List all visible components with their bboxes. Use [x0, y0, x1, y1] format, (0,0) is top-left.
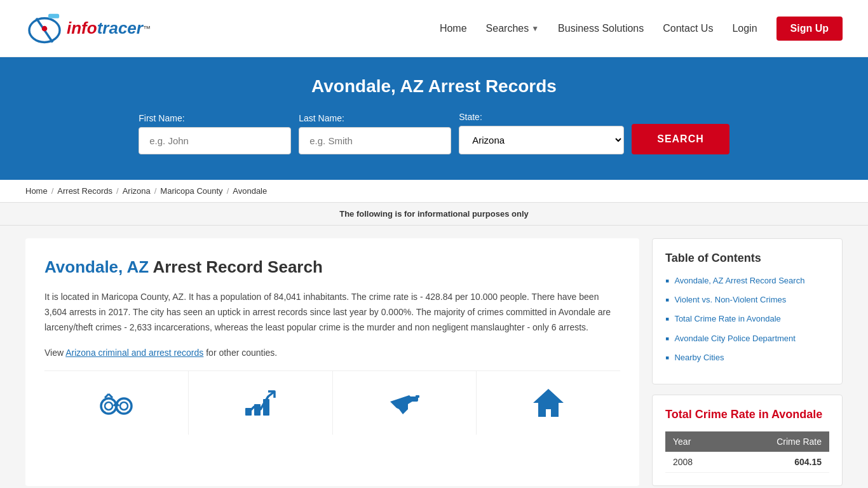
search-form: First Name: Last Name: State: Alabama Al…	[25, 112, 843, 154]
toc-title: Table of Contents	[665, 252, 829, 265]
svg-point-7	[120, 402, 128, 410]
toc-box: Table of Contents ▪ Avondale, AZ Arrest …	[652, 238, 843, 384]
svg-rect-13	[263, 399, 269, 416]
nav-contact-us[interactable]: Contact Us	[663, 23, 713, 34]
svg-rect-11	[245, 408, 252, 416]
toc-item-1: ▪ Avondale, AZ Arrest Record Search	[665, 275, 829, 287]
breadcrumb-sep-2: /	[116, 186, 119, 196]
toc-bullet-3: ▪	[665, 313, 669, 325]
svg-marker-16	[533, 389, 564, 417]
breadcrumb-arrest-records[interactable]: Arrest Records	[57, 186, 112, 196]
toc-item-3: ▪ Total Crime Rate in Avondale	[665, 313, 829, 325]
state-select[interactable]: Alabama Alaska Arizona Arkansas Californ…	[459, 126, 624, 154]
icon-cell-chart	[189, 371, 333, 435]
toc-list: ▪ Avondale, AZ Arrest Record Search ▪ Vi…	[665, 275, 829, 363]
breadcrumb-maricopa-county[interactable]: Maricopa County	[160, 186, 222, 196]
toc-link-5[interactable]: Nearby Cities	[674, 352, 724, 363]
logo-tracer: tracer	[97, 18, 143, 38]
toc-link-2[interactable]: Violent vs. Non-Violent Crimes	[674, 294, 786, 306]
crime-rate-title: Total Crime Rate in Avondale	[665, 408, 829, 421]
svg-line-10	[109, 394, 112, 398]
cta-prefix: View	[44, 348, 65, 358]
chart-icon	[241, 384, 280, 422]
search-button[interactable]: SEARCH	[632, 124, 729, 154]
toc-bullet-4: ▪	[665, 333, 669, 344]
toc-bullet-1: ▪	[665, 275, 669, 287]
nav-business-solutions[interactable]: Business Solutions	[558, 23, 644, 34]
toc-bullet-2: ▪	[665, 294, 669, 306]
toc-link-1[interactable]: Avondale, AZ Arrest Record Search	[674, 275, 804, 287]
main-nav: Home Searches ▼ Business Solutions Conta…	[440, 17, 843, 41]
title-city: Avondale	[44, 257, 118, 276]
icons-row	[44, 370, 620, 435]
icon-cell-house	[477, 371, 620, 435]
table-row: 2008 604.15	[665, 452, 829, 473]
toc-link-4[interactable]: Avondale City Police Department	[674, 333, 796, 344]
signup-button[interactable]: Sign Up	[776, 17, 843, 41]
toc-bullet-5: ▪	[665, 352, 669, 363]
content-area: Avondale, AZ Arrest Record Search It is …	[25, 238, 639, 486]
last-name-group: Last Name:	[299, 113, 451, 154]
first-name-group: First Name:	[139, 113, 291, 154]
svg-rect-12	[254, 404, 261, 416]
sidebar: Table of Contents ▪ Avondale, AZ Arrest …	[652, 238, 843, 486]
breadcrumb-sep-3: /	[154, 186, 157, 196]
hero-title: Avondale, AZ Arrest Records	[25, 76, 843, 97]
table-header-rate: Crime Rate	[726, 431, 829, 452]
gun-icon	[385, 384, 423, 422]
svg-point-5	[105, 402, 112, 410]
toc-item-4: ▪ Avondale City Police Department	[665, 333, 829, 344]
svg-point-3	[42, 25, 48, 31]
toc-item-2: ▪ Violent vs. Non-Violent Crimes	[665, 294, 829, 306]
cta-link[interactable]: Arizona criminal and arrest records	[65, 348, 203, 358]
toc-link-3[interactable]: Total Crime Rate in Avondale	[674, 313, 780, 325]
cta-text: View Arizona criminal and arrest records…	[44, 348, 620, 358]
title-rest: Arrest Record Search	[153, 257, 322, 276]
icon-cell-handcuffs	[44, 371, 189, 435]
logo-tm: ™	[143, 24, 151, 33]
svg-rect-15	[416, 395, 419, 398]
disclaimer-bar: The following is for informational purpo…	[0, 203, 868, 226]
breadcrumb-sep-4: /	[227, 186, 229, 196]
description-text: It is located in Maricopa County, AZ. It…	[44, 290, 620, 335]
page-title: Avondale, AZ Arrest Record Search	[44, 257, 620, 277]
title-state: , AZ	[118, 257, 153, 276]
disclaimer-text: The following is for informational purpo…	[339, 209, 529, 219]
logo: info tracer ™	[25, 10, 151, 48]
main-layout: Avondale, AZ Arrest Record Search It is …	[0, 226, 868, 488]
hero-section: Avondale, AZ Arrest Records First Name: …	[0, 57, 868, 180]
house-icon	[529, 384, 567, 422]
svg-rect-2	[48, 13, 59, 18]
table-cell-year: 2008	[665, 452, 726, 473]
breadcrumb-avondale[interactable]: Avondale	[233, 186, 267, 196]
handcuffs-icon	[97, 384, 135, 422]
logo-info: info	[67, 18, 97, 38]
cta-suffix: for other counties.	[203, 348, 277, 358]
login-button[interactable]: Login	[732, 23, 757, 34]
breadcrumb: Home / Arrest Records / Arizona / Marico…	[0, 180, 868, 203]
header: info tracer ™ Home Searches ▼ Business S…	[0, 0, 868, 57]
breadcrumb-home[interactable]: Home	[25, 186, 48, 196]
state-label: State:	[459, 112, 482, 122]
last-name-label: Last Name:	[299, 113, 344, 123]
first-name-input[interactable]	[139, 127, 291, 154]
chevron-down-icon: ▼	[531, 24, 539, 33]
logo-icon	[25, 10, 64, 48]
state-group: State: Alabama Alaska Arizona Arkansas C…	[459, 112, 624, 154]
last-name-input[interactable]	[299, 127, 451, 154]
table-cell-rate: 604.15	[726, 452, 829, 473]
nav-searches[interactable]: Searches ▼	[486, 23, 539, 34]
breadcrumb-sep-1: /	[51, 186, 54, 196]
toc-item-5: ▪ Nearby Cities	[665, 352, 829, 363]
table-header-year: Year	[665, 431, 726, 452]
first-name-label: First Name:	[139, 113, 184, 123]
crime-rate-table: Year Crime Rate 2008 604.15	[665, 431, 829, 473]
breadcrumb-arizona[interactable]: Arizona	[123, 186, 151, 196]
crime-rate-box: Total Crime Rate in Avondale Year Crime …	[652, 395, 843, 486]
icon-cell-gun	[333, 371, 477, 435]
nav-home[interactable]: Home	[440, 23, 467, 34]
